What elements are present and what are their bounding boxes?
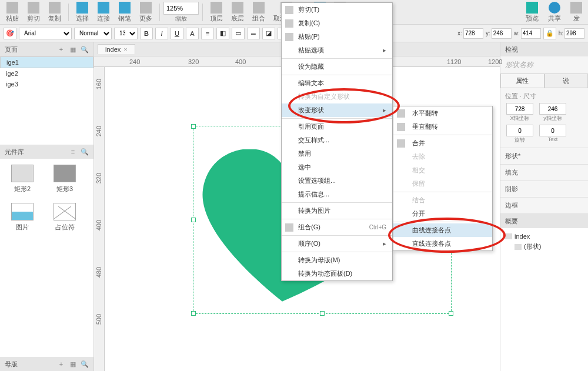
pen-tool[interactable]: 钢笔 <box>115 1 135 24</box>
menu-item[interactable]: 改变形状▸ <box>282 103 392 117</box>
coord-x: x: <box>457 28 483 39</box>
text-rotate-input[interactable] <box>539 125 566 136</box>
lib-header: 元件库 ≡ 🔍 <box>0 145 93 159</box>
publish-button[interactable]: 发 <box>567 1 586 24</box>
search-icon[interactable]: 🔍 <box>81 360 89 368</box>
submenu-transform: 水平翻转垂直翻转合并去除相交保留结合分开曲线连接各点直线连接各点 <box>393 106 493 251</box>
border-style[interactable]: ═ <box>247 28 260 39</box>
menu-item: 转换为自定义形状 <box>282 90 392 103</box>
close-icon[interactable]: × <box>123 46 127 53</box>
menu-item[interactable]: 组合(G)Ctrl+G <box>282 220 392 234</box>
outline-item[interactable]: (形状) <box>505 241 583 252</box>
handle-nw[interactable] <box>191 124 196 129</box>
menu-item[interactable]: 曲线连接各点 <box>393 223 492 237</box>
border-section[interactable]: 边框 <box>500 198 588 214</box>
bold-button[interactable]: B <box>140 28 153 39</box>
zoom-select[interactable] <box>163 2 199 15</box>
w-input[interactable] <box>521 28 541 39</box>
handle-sw[interactable] <box>191 311 196 316</box>
tab-properties[interactable]: 属性 <box>500 73 544 88</box>
page-item[interactable]: ige2 <box>0 68 93 79</box>
menu-item[interactable]: 转换为动态面板(D) <box>282 267 392 280</box>
coord-w: w: <box>514 28 541 39</box>
underline-button[interactable]: U <box>171 28 183 39</box>
menu-item[interactable]: 合并 <box>393 136 492 150</box>
menu-item[interactable]: 粘贴(P) <box>282 30 392 44</box>
menu-item[interactable]: 顺序(O)▸ <box>282 237 392 250</box>
preview-button[interactable]: 预览 <box>522 1 542 24</box>
border-color[interactable]: ▭ <box>232 28 245 39</box>
lib-rect3[interactable]: 矩形3 <box>48 165 81 193</box>
handle-s[interactable] <box>320 311 325 316</box>
bullets-button[interactable]: ≡ <box>201 28 214 39</box>
fill-color[interactable]: ◧ <box>216 28 229 39</box>
add-master-icon[interactable]: + <box>57 360 65 368</box>
pos-y-input[interactable] <box>539 103 566 115</box>
h-input[interactable] <box>564 28 584 39</box>
menu-item[interactable]: 选中 <box>282 161 392 174</box>
menu-item[interactable]: 分开 <box>393 207 492 220</box>
select-tool[interactable]: 选择 <box>72 1 92 24</box>
menu-item: 保留 <box>393 177 492 190</box>
lib-placeholder[interactable]: 占位符 <box>48 203 81 232</box>
menu-item[interactable]: 设为隐藏 <box>282 60 392 73</box>
menu-item[interactable]: 转换为母版(M) <box>282 253 392 267</box>
menu-item[interactable]: 交互样式... <box>282 133 392 147</box>
send-back[interactable]: 底层 <box>228 1 248 24</box>
menu-icon <box>285 33 293 41</box>
copy-button[interactable]: 复制 <box>45 1 65 24</box>
pos-x-input[interactable] <box>506 103 533 115</box>
paste-button[interactable]: 粘贴 <box>2 1 22 24</box>
lib-image[interactable]: 图片 <box>6 203 39 232</box>
tab-notes[interactable]: 说 <box>544 73 589 88</box>
font-select[interactable]: Arial <box>19 28 72 39</box>
handle-w[interactable] <box>191 218 196 222</box>
weight-select[interactable]: Normal <box>74 28 112 39</box>
menu-item[interactable]: 粘贴选项▸ <box>282 44 392 57</box>
outline-item[interactable]: index <box>505 232 583 241</box>
italic-button[interactable]: I <box>155 28 168 39</box>
folder-icon[interactable]: ▦ <box>69 360 77 368</box>
page-tab[interactable]: index× <box>98 44 135 54</box>
menu-item[interactable]: 直线连接各点 <box>393 237 492 250</box>
menu-item: 结合 <box>393 193 492 207</box>
add-page-icon[interactable]: + <box>57 45 65 54</box>
page-item[interactable]: ige3 <box>0 79 93 89</box>
group-btn[interactable]: 组合 <box>249 1 269 24</box>
search-icon[interactable]: 🔍 <box>81 45 89 54</box>
lib-rect2[interactable]: 矩形2 <box>6 165 39 193</box>
eyedrop-icon[interactable]: 🎯 <box>4 28 16 39</box>
menu-item[interactable]: 水平翻转 <box>393 106 492 120</box>
menu-item[interactable]: 剪切(T) <box>282 3 392 16</box>
y-input[interactable] <box>492 28 512 39</box>
font-color[interactable]: A <box>186 28 199 39</box>
shadow-inner[interactable]: ◪ <box>262 28 275 39</box>
cut-button[interactable]: 剪切 <box>24 1 44 24</box>
lib-menu-icon[interactable]: ≡ <box>69 148 77 156</box>
size-select[interactable]: 13 <box>114 28 138 39</box>
rotate-input[interactable] <box>506 125 533 136</box>
menu-item[interactable]: 设置选项组... <box>282 174 392 188</box>
connect-tool[interactable]: 连接 <box>93 1 113 24</box>
menu-item[interactable]: 引用页面 <box>282 120 392 133</box>
shadow-section[interactable]: 阴影 <box>500 181 588 198</box>
menu-icon <box>397 123 405 131</box>
search-icon[interactable]: 🔍 <box>81 148 89 156</box>
more-tools[interactable]: 更多 <box>136 1 156 24</box>
menu-item[interactable]: 提示信息... <box>282 188 392 201</box>
handle-se[interactable] <box>449 311 453 316</box>
page-item[interactable]: ige1 <box>0 56 93 68</box>
lock-icon[interactable]: 🔒 <box>543 28 556 39</box>
menu-item[interactable]: 垂直翻转 <box>393 120 492 133</box>
menu-item[interactable]: 复制(C) <box>282 16 392 30</box>
share-button[interactable]: 共享 <box>544 1 564 24</box>
shape-name-input[interactable]: 形状名称 <box>500 56 588 73</box>
bring-front[interactable]: 顶层 <box>206 1 226 24</box>
folder-icon[interactable]: ▦ <box>69 45 77 54</box>
x-input[interactable] <box>463 28 483 39</box>
menu-item[interactable]: 编辑文本 <box>282 76 392 90</box>
menu-item[interactable]: 转换为图片 <box>282 204 392 218</box>
shape-section[interactable]: 形状* <box>500 148 588 165</box>
fill-section[interactable]: 填充 <box>500 165 588 181</box>
menu-item[interactable]: 禁用 <box>282 147 392 161</box>
